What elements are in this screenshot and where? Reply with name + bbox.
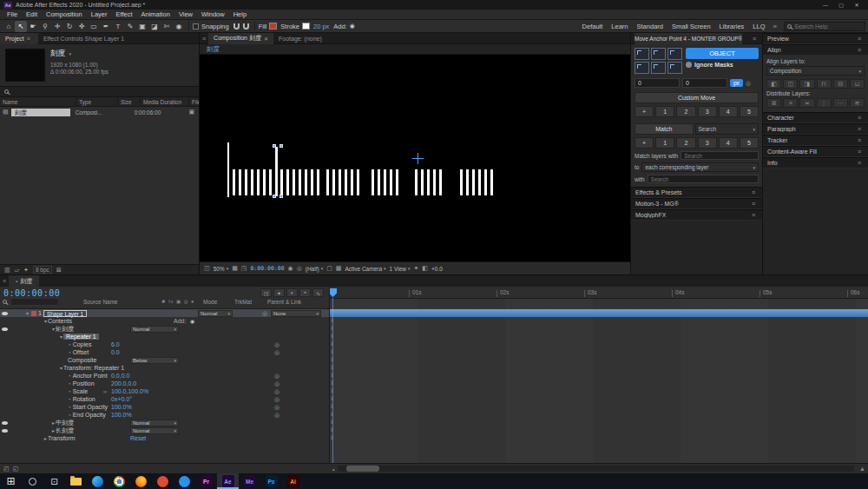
property-pickwhip-icon[interactable]: ◎ [274,373,279,380]
panel-menu-icon[interactable]: ≡ [749,201,758,207]
tab-effect-controls[interactable]: Effect Controls Shape Layer 1 [38,33,129,44]
panel-menu-icon[interactable]: ≡ [855,137,864,143]
grid-guides-icon[interactable]: ▦ [232,265,238,272]
premiere-button[interactable]: Pr [195,473,217,489]
home-tool[interactable]: ⌂ [3,21,15,32]
close-button[interactable]: ✕ [849,0,865,10]
menu-composition[interactable]: Composition [42,10,87,18]
timeline-row-transform-repeater-1[interactable]: ▾Transform: Repeater 1 [0,364,329,372]
visibility-toggle[interactable] [2,421,8,425]
custom-move-button-item[interactable]: + [635,106,654,117]
distribute-top-button[interactable]: ≣ [766,98,781,108]
help-search-input[interactable] [794,23,862,30]
anchor-position-button-4[interactable] [635,62,649,74]
px-button[interactable]: px [730,79,743,87]
trkmat-header[interactable]: TrkMat [234,299,252,305]
timeline-row-scale[interactable]: ◔Scale∞100.0,100.0%◎ [0,387,329,395]
property-value[interactable]: 6.0 [111,341,120,347]
to-dropdown[interactable]: each corresponding layer▾ [641,162,759,172]
timeline-search-input[interactable] [10,298,59,306]
layer-parent-dropdown[interactable]: None▾ [271,310,321,317]
comp-breadcrumb[interactable]: 刻度 [207,45,220,54]
panel-header-tracker[interactable]: Tracker≡ [763,135,868,146]
panel-menu-icon[interactable]: ≡ [855,149,864,155]
close-icon[interactable]: ✕ [264,36,268,42]
timeline-row-end-opacity[interactable]: ◔End Opacity100.0%◎ [0,411,329,419]
mode-header[interactable]: Mode [203,299,217,305]
panel-header-motion-3-mg[interactable]: Motion-3 - MG®≡ [631,198,762,209]
twirl-icon[interactable]: ▾ [52,326,55,332]
x-offset-input[interactable] [635,78,680,88]
property-label[interactable]: Transform [48,435,76,441]
twirl-icon[interactable]: ▾ [26,310,29,316]
distribute-v-center-button[interactable]: ≡ [783,98,798,108]
comp-mini-flowchart-icon[interactable]: ◳ [260,288,272,297]
edge-browser-button[interactable] [87,473,108,489]
tab-composition[interactable]: Composition 刻度 ✕ [208,33,273,44]
anchor-position-button-1[interactable] [635,48,649,60]
rotation-tool[interactable]: ↻ [63,21,76,32]
option-dropdown[interactable]: Normal▾ [130,427,179,434]
property-pickwhip-icon[interactable]: ◎ [274,412,279,419]
preview-monitor-icon[interactable]: ◫ [204,265,210,272]
stopwatch-icon[interactable]: ◔ [68,342,71,347]
property-label[interactable]: Rotation [73,396,95,402]
align-h-center-button[interactable]: ◫ [783,79,798,89]
property-value[interactable]: Reset [130,435,146,441]
panel-menu-icon[interactable]: ≡ [24,36,33,42]
property-pickwhip-icon[interactable]: ◎ [274,349,279,356]
menu-effect[interactable]: Effect [111,10,136,18]
pen-tool[interactable]: ✒ [100,21,112,32]
layer-row-shape-layer-1[interactable]: ▾ 1 Shape Layer 1 Normal▾ ◎ None▾ [0,309,329,317]
panel-menu-icon[interactable]: ≡ [749,189,758,195]
workspace-learn[interactable]: Learn [607,23,632,30]
new-composition-icon[interactable]: ✦ [23,267,29,274]
custom-move-button-4[interactable]: 4 [719,106,738,117]
property-label[interactable]: Repeater 1 [63,334,99,340]
panel-menu-icon[interactable]: ≡ [750,36,759,42]
ignore-masks-toggle[interactable] [686,62,692,68]
timeline-row-copies[interactable]: ◔Copies6.0◎ [0,340,329,348]
transparency-grid-icon[interactable]: ▩ [336,265,342,272]
taskbar-search-button[interactable] [22,473,43,489]
property-value[interactable]: 100.0,100.0% [111,388,148,394]
workspace-overflow-icon[interactable]: » [770,23,780,30]
property-label[interactable]: 长刻度 [56,426,74,435]
fill-label[interactable]: Fill [259,23,267,30]
link-dimensions-icon[interactable]: ∞ [103,389,107,394]
workspace-standard[interactable]: Standard [633,23,667,30]
panel-menu-icon[interactable]: ≡ [200,36,208,42]
fast-previews-icon[interactable]: ◧ [422,265,428,272]
fill-swatch[interactable] [269,23,277,30]
stopwatch-icon[interactable]: ◔ [68,381,71,387]
property-value[interactable]: 100.0% [111,404,132,410]
firefox-browser-button[interactable] [130,473,152,489]
property-pickwhip-icon[interactable]: ◎ [274,404,279,411]
custom-move-button-1[interactable]: 1 [655,106,674,117]
project-item-row[interactable]: ▤ 刻度 Composi... 0:00:06:00 ▣ [0,107,199,117]
with-input[interactable] [648,175,759,183]
panel-menu-icon[interactable]: ≡ [855,126,864,132]
show-snapshot-icon[interactable]: ◎ [297,265,302,272]
zoom-tool[interactable]: ⚲ [39,21,51,32]
stroke-swatch[interactable] [302,23,310,30]
property-value[interactable]: 200.0,0.0 [111,380,136,387]
stopwatch-icon[interactable]: ◔ [68,373,71,379]
visibility-toggle[interactable] [2,312,8,315]
graph-editor-icon[interactable]: ∿ [312,288,324,297]
media-encoder-button[interactable]: Me [239,473,260,489]
app-button-orange[interactable] [152,473,174,489]
property-label[interactable]: 矩刻度 [56,325,74,334]
panel-menu-icon[interactable]: ≡ [0,278,9,284]
option-dropdown[interactable]: Normal▾ [130,326,179,333]
selection-tool[interactable]: ↖ [15,21,27,32]
minimize-button[interactable]: — [818,0,833,10]
menu-animation[interactable]: Animation [137,10,174,18]
property-label[interactable]: Anchor Point [73,373,108,379]
workspace-small-screen[interactable]: Small Screen [667,23,715,30]
view-layout-dropdown[interactable]: 1 View▾ [390,266,411,272]
property-pickwhip-icon[interactable]: ◎ [274,388,279,395]
timeline-tab[interactable]: ▪ 刻度 [9,275,39,287]
source-name-header[interactable]: Source Name [83,299,118,305]
puppet-pin-tool[interactable]: ◉ [173,21,185,32]
